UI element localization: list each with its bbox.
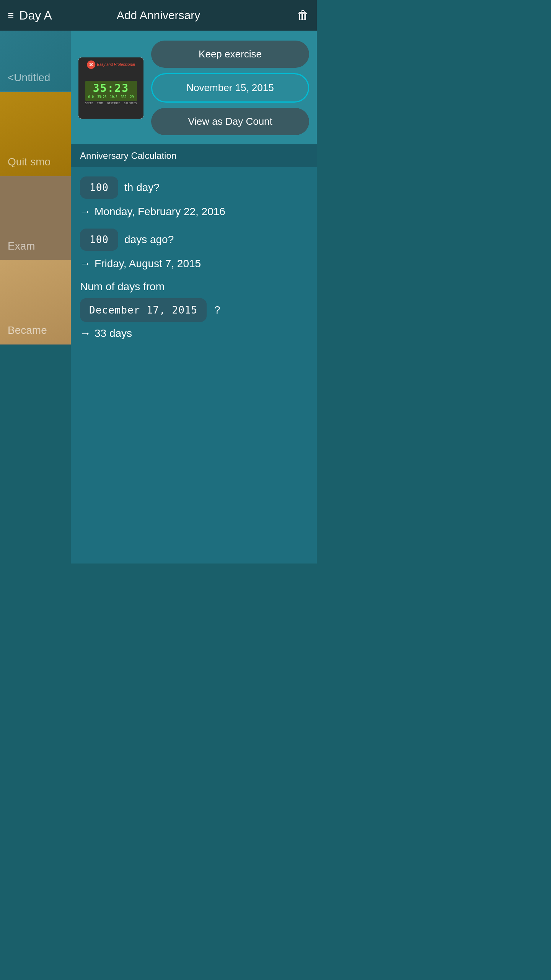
calc-row-1: 100 th day? (80, 176, 308, 199)
calc-result-date-1: Monday, February 22, 2016 (95, 206, 225, 218)
exercise-thumbnail: ✕ Easy and Professional 35:23 0.0 35:23 … (78, 57, 143, 119)
exercise-time-display: 35:23 (88, 83, 134, 94)
days-result: → 33 days (80, 327, 308, 340)
list-item-label: Quit smo (8, 156, 51, 168)
arrow-icon-2: → (80, 258, 91, 270)
arrow-icon-1: → (80, 206, 91, 218)
exercise-stat-calories: 330 (121, 95, 126, 99)
overlay-panel: ✕ Easy and Professional 35:23 0.0 35:23 … (71, 31, 317, 564)
num-days-from-label: Num of days from (80, 281, 308, 293)
date-badge-row: December 17, 2015 ? (80, 298, 308, 322)
exercise-label-time: TIME (97, 102, 103, 105)
calc-result-1: → Monday, February 22, 2016 (80, 203, 308, 221)
day-badge-2[interactable]: 100 (80, 229, 118, 251)
exercise-labels: SPEED TIME DISTANCE CALORIES (85, 102, 137, 105)
anniversary-section-header: Anniversary Calculation (71, 144, 317, 167)
exercise-label-speed: SPEED (85, 102, 93, 105)
list-item-label: Became (8, 324, 47, 336)
app-header: ≡ Day A Add Anniversary 🗑 (0, 0, 317, 31)
calc-row-2: 100 days ago? (80, 229, 308, 251)
exercise-label-distance: DISTANCE (107, 102, 120, 105)
keep-exercise-button[interactable]: Keep exercise (151, 41, 309, 68)
list-item-label: <Untitled (8, 72, 50, 84)
date-selector-button[interactable]: November 15, 2015 (151, 73, 309, 103)
exercise-stat-speed: 0.0 (88, 95, 94, 99)
anniversary-content: 100 th day? → Monday, February 22, 2016 … (71, 167, 317, 564)
exercise-logo-text: Easy and Professional (97, 62, 135, 67)
overlay-action-buttons: Keep exercise November 15, 2015 View as … (151, 41, 309, 135)
day-badge-1[interactable]: 100 (80, 176, 118, 199)
trash-icon[interactable]: 🗑 (297, 8, 309, 23)
num-days-date-badge[interactable]: December 17, 2015 (80, 298, 207, 322)
exercise-logo-circle: ✕ (87, 60, 95, 69)
calc-label-1: th day? (124, 181, 160, 194)
exercise-x-icon: ✕ (89, 62, 93, 67)
exercise-logo: ✕ Easy and Professional (87, 60, 135, 69)
menu-icon[interactable]: ≡ (8, 9, 14, 21)
days-result-value: 33 days (95, 327, 132, 340)
exercise-display: 35:23 0.0 35:23 10.3 330 29 (85, 81, 137, 101)
exercise-stat-time: 35:23 (97, 95, 106, 99)
calc-result-date-2: Friday, August 7, 2015 (95, 258, 201, 270)
calc-result-2: → Friday, August 7, 2015 (80, 255, 308, 273)
overlay-top-section: ✕ Easy and Professional 35:23 0.0 35:23 … (71, 31, 317, 144)
exercise-stat-distance: 10.3 (110, 95, 117, 99)
exercise-stats: 0.0 35:23 10.3 330 29 (88, 95, 134, 99)
question-mark: ? (214, 304, 220, 316)
exercise-stat-extra: 29 (130, 95, 134, 99)
exercise-label-calories: CALORIES (124, 102, 137, 105)
calc-label-2: days ago? (124, 234, 174, 246)
list-item-label: Exam (8, 240, 35, 252)
overlay-page-title: Add Anniversary (117, 9, 200, 22)
arrow-icon-3: → (80, 327, 91, 340)
view-day-count-button[interactable]: View as Day Count (151, 108, 309, 135)
